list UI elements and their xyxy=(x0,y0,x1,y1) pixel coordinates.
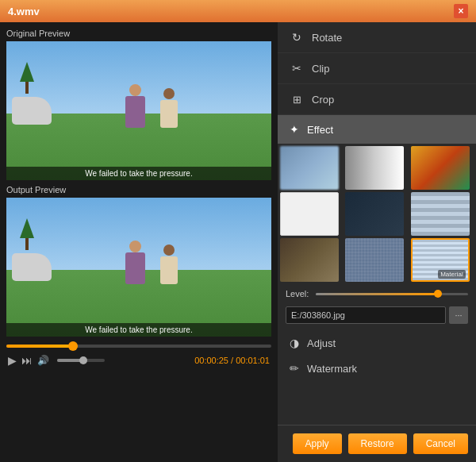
output-horse xyxy=(12,253,52,281)
adjust-icon: ◑ xyxy=(290,337,299,349)
rotate-label: Rotate xyxy=(312,32,342,44)
progress-bar[interactable] xyxy=(6,345,271,348)
tool-watermark[interactable]: ✏ Watermark xyxy=(278,356,476,381)
left-panel: Original Preview xyxy=(0,22,278,462)
progress-fill xyxy=(6,345,73,348)
output-scene: We failed to take the pressure. xyxy=(6,198,271,337)
controls-area: ▶ ⏭ 🔊 00:00:25 / 00:01:01 xyxy=(6,341,271,370)
output-person2 xyxy=(160,244,178,284)
level-label: Level: xyxy=(286,289,309,298)
tool-crop[interactable]: ⊞ Crop xyxy=(278,84,476,115)
filepath-input[interactable] xyxy=(286,306,446,324)
output-tree xyxy=(20,218,34,250)
effect-material[interactable]: Material xyxy=(411,238,470,282)
scene-person1 xyxy=(125,84,145,128)
level-thumb[interactable] xyxy=(434,290,442,298)
effect-pixel[interactable] xyxy=(345,238,404,282)
filepath-row: ··· xyxy=(278,303,476,327)
effect-dark[interactable] xyxy=(345,192,404,236)
skip-forward-button[interactable]: ⏭ xyxy=(21,354,33,367)
time-display: 00:00:25 / 00:01:01 xyxy=(194,356,270,365)
adjust-label: Adjust xyxy=(307,337,336,349)
effect-color1[interactable] xyxy=(411,146,470,190)
scene-person2 xyxy=(160,88,178,128)
restore-button[interactable]: Restore xyxy=(348,433,407,454)
watermark-icon: ✏ xyxy=(290,362,299,375)
effect-mosaic[interactable] xyxy=(411,192,470,236)
volume-icon: 🔊 xyxy=(37,355,49,366)
filepath-browse-button[interactable]: ··· xyxy=(449,306,468,324)
close-button[interactable]: × xyxy=(454,4,468,18)
level-fill xyxy=(316,293,438,295)
volume-thumb[interactable] xyxy=(79,356,87,364)
effect-icon: ✦ xyxy=(290,123,299,136)
output-preview-label: Output Preview xyxy=(6,185,271,194)
tool-rotate[interactable]: ↻ Rotate xyxy=(278,22,476,53)
output-preview: We failed to take the pressure. xyxy=(6,198,271,337)
effect-label: Effect xyxy=(307,124,333,136)
window-title: 4.wmv xyxy=(8,6,40,17)
subtitle-bar: We failed to take the pressure. xyxy=(6,167,271,180)
effect-blur[interactable] xyxy=(280,146,339,190)
tool-clip[interactable]: ✂ Clip xyxy=(278,53,476,84)
level-track[interactable] xyxy=(316,293,468,295)
main-layout: Original Preview xyxy=(0,22,476,462)
level-row: Level: xyxy=(278,284,476,303)
material-label: Material xyxy=(438,270,465,279)
scene-tree xyxy=(20,62,34,94)
playback-controls: ▶ ⏭ 🔊 00:00:25 / 00:01:01 xyxy=(6,354,271,367)
crop-label: Crop xyxy=(312,94,334,106)
volume-slider[interactable] xyxy=(57,359,105,362)
clip-icon: ✂ xyxy=(290,61,304,75)
apply-button[interactable]: Apply xyxy=(293,433,342,454)
bottom-buttons: Apply Restore Cancel xyxy=(278,425,476,462)
progress-thumb[interactable] xyxy=(68,341,78,351)
tool-adjust[interactable]: ◑ Adjust xyxy=(278,330,476,356)
effect-sketch[interactable] xyxy=(280,192,339,236)
output-person1 xyxy=(125,241,145,284)
rotate-icon: ↻ xyxy=(290,30,304,44)
play-button[interactable]: ▶ xyxy=(8,354,17,367)
crop-icon: ⊞ xyxy=(290,92,304,106)
title-bar: 4.wmv × xyxy=(0,0,476,22)
cancel-button[interactable]: Cancel xyxy=(413,433,468,454)
effect-header: ✦ Effect xyxy=(278,115,476,144)
effect-grid: Material xyxy=(278,144,476,284)
extra-tools: ◑ Adjust ✏ Watermark xyxy=(278,327,476,384)
right-panel: ↻ Rotate ✂ Clip ⊞ Crop ✦ Effect xyxy=(278,22,476,462)
original-scene: We failed to take the pressure. xyxy=(6,41,271,180)
effect-bw[interactable] xyxy=(345,146,404,190)
clip-label: Clip xyxy=(312,63,329,75)
watermark-label: Watermark xyxy=(307,363,357,375)
tool-menu: ↻ Rotate ✂ Clip ⊞ Crop xyxy=(278,22,476,115)
original-preview-label: Original Preview xyxy=(6,29,271,38)
effect-film[interactable] xyxy=(280,238,339,282)
scene-horse xyxy=(12,97,52,125)
original-preview: We failed to take the pressure. xyxy=(6,41,271,180)
output-subtitle-bar: We failed to take the pressure. xyxy=(6,323,271,337)
